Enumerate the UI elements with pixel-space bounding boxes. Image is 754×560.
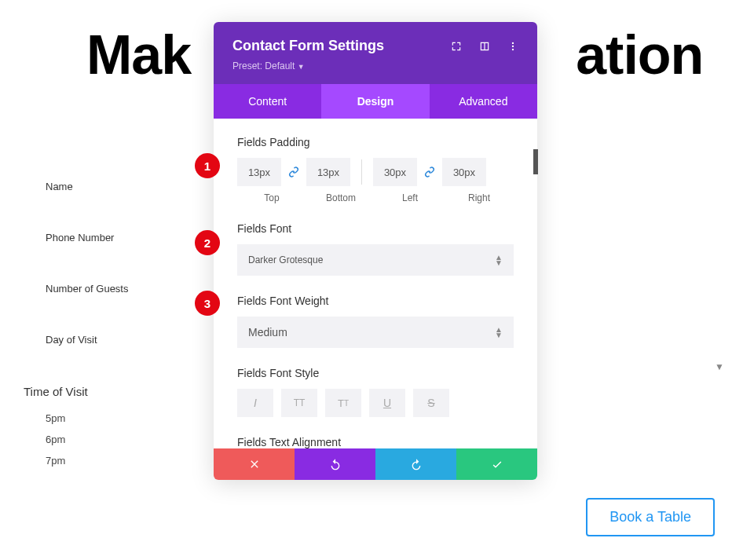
background-form: Name Phone Number Number of Guests Day o… (24, 181, 181, 476)
time-option-6pm[interactable]: 6pm (46, 434, 181, 445)
capitalize-button[interactable]: TT (325, 389, 361, 417)
link-icon[interactable] (417, 158, 442, 186)
redo-button[interactable] (375, 448, 456, 480)
annotation-badge-1: 1 (195, 153, 220, 178)
form-label-name[interactable]: Name (46, 181, 181, 192)
underline-button[interactable]: U (369, 389, 405, 417)
close-button[interactable] (214, 448, 295, 480)
preset-dropdown[interactable]: Preset: Default ▼ (232, 60, 518, 71)
fields-weight-label: Fields Font Weight (237, 295, 514, 307)
form-section-time: Time of Visit (24, 385, 181, 398)
link-icon[interactable] (281, 158, 306, 186)
weight-value: Medium (248, 326, 287, 339)
fields-style-label: Fields Font Style (237, 367, 514, 379)
padding-side-bottom: Bottom (306, 192, 375, 203)
svg-point-2 (512, 48, 514, 49)
svg-point-1 (512, 45, 514, 46)
form-label-guests[interactable]: Number of Guests (46, 283, 181, 295)
panel-title: Contact Form Settings (232, 38, 384, 54)
annotation-badge-2: 2 (195, 230, 220, 255)
form-label-day[interactable]: Day of Visit (46, 334, 181, 346)
drag-handle[interactable] (533, 149, 538, 174)
settings-panel: Contact Form Settings Preset: Default ▼ … (214, 22, 537, 480)
select-arrows-icon: ▲▼ (495, 254, 503, 265)
fields-padding-label: Fields Padding (237, 136, 514, 148)
panel-actions (214, 448, 537, 480)
expand-icon[interactable] (451, 41, 462, 52)
time-option-5pm[interactable]: 5pm (46, 412, 181, 424)
panel-body: Fields Padding Top Bottom Left Right Fie… (214, 119, 537, 448)
panel-tabs: Content Design Advanced (214, 84, 537, 119)
svg-point-0 (512, 42, 514, 43)
strikethrough-button[interactable]: S (413, 389, 449, 417)
padding-right-input[interactable] (442, 158, 486, 186)
padding-left-input[interactable] (373, 158, 417, 186)
confirm-button[interactable] (456, 448, 537, 480)
padding-top-input[interactable] (237, 158, 281, 186)
tab-content[interactable]: Content (214, 84, 321, 119)
columns-icon[interactable] (479, 41, 490, 52)
padding-side-left: Left (375, 192, 445, 203)
padding-side-right: Right (445, 192, 514, 203)
dropdown-arrow-icon[interactable]: ▼ (715, 361, 724, 372)
fields-font-label: Fields Font (237, 222, 514, 235)
book-table-button[interactable]: Book a Table (586, 498, 715, 536)
tab-design[interactable]: Design (321, 84, 429, 119)
padding-bottom-input[interactable] (306, 158, 350, 186)
time-option-7pm[interactable]: 7pm (46, 455, 181, 467)
more-icon[interactable] (507, 41, 518, 52)
uppercase-button[interactable]: TT (281, 389, 317, 417)
panel-header: Contact Form Settings Preset: Default ▼ (214, 22, 537, 84)
annotation-badge-3: 3 (195, 291, 220, 316)
tab-advanced[interactable]: Advanced (430, 84, 537, 119)
italic-button[interactable]: I (237, 389, 273, 417)
form-label-phone[interactable]: Phone Number (46, 232, 181, 243)
font-value: Darker Grotesque (248, 254, 323, 265)
select-arrows-icon: ▲▼ (495, 327, 503, 338)
font-select[interactable]: Darker Grotesque ▲▼ (237, 244, 514, 276)
padding-side-top: Top (237, 192, 306, 203)
weight-select[interactable]: Medium ▲▼ (237, 317, 514, 348)
undo-button[interactable] (295, 448, 375, 480)
fields-align-label: Fields Text Alignment (237, 436, 514, 448)
